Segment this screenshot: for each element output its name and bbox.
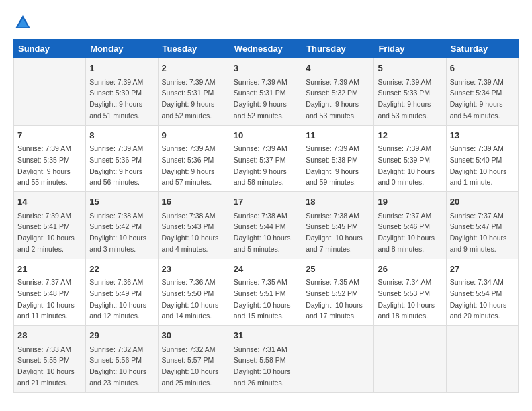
sunset-info: Sunset: 5:34 PM (450, 89, 502, 97)
calendar-cell: 27Sunrise: 7:34 AMSunset: 5:54 PMDayligh… (446, 259, 518, 326)
daylight-info: Daylight: 9 hours and 59 minutes. (306, 167, 359, 187)
daylight-info: Daylight: 10 hours and 5 minutes. (234, 234, 291, 253)
sunrise-info: Sunrise: 7:38 AM (306, 212, 359, 220)
sunset-info: Sunset: 5:50 PM (162, 289, 214, 298)
day-number: 21 (17, 263, 82, 276)
calendar-week-row: 1Sunrise: 7:39 AMSunset: 5:30 PMDaylight… (14, 58, 519, 126)
sunrise-info: Sunrise: 7:33 AM (17, 345, 71, 353)
calendar-cell: 16Sunrise: 7:38 AMSunset: 5:43 PMDayligh… (158, 192, 230, 259)
calendar-cell: 8Sunrise: 7:39 AMSunset: 5:36 PMDaylight… (86, 125, 158, 192)
daylight-info: Daylight: 10 hours and 23 minutes. (89, 367, 146, 387)
sunrise-info: Sunrise: 7:37 AM (450, 212, 504, 220)
sunset-info: Sunset: 5:36 PM (162, 156, 214, 164)
calendar-cell: 26Sunrise: 7:34 AMSunset: 5:53 PMDayligh… (374, 259, 446, 326)
calendar-cell: 19Sunrise: 7:37 AMSunset: 5:46 PMDayligh… (374, 192, 446, 259)
sunset-info: Sunset: 5:45 PM (306, 222, 358, 230)
sunset-info: Sunset: 5:40 PM (450, 156, 502, 164)
day-number: 19 (378, 195, 442, 209)
daylight-info: Daylight: 10 hours and 0 minutes. (378, 167, 435, 187)
day-number: 3 (234, 62, 298, 75)
sunrise-info: Sunrise: 7:36 AM (89, 278, 143, 286)
calendar-cell: 12Sunrise: 7:39 AMSunset: 5:39 PMDayligh… (374, 125, 446, 192)
calendar-cell: 17Sunrise: 7:38 AMSunset: 5:44 PMDayligh… (230, 192, 302, 259)
sunset-info: Sunset: 5:58 PM (234, 356, 286, 364)
daylight-info: Daylight: 9 hours and 57 minutes. (162, 167, 215, 187)
sunrise-info: Sunrise: 7:37 AM (378, 212, 431, 220)
daylight-info: Daylight: 10 hours and 11 minutes. (17, 301, 75, 320)
day-number: 14 (17, 195, 82, 209)
calendar-cell: 21Sunrise: 7:37 AMSunset: 5:48 PMDayligh… (14, 259, 86, 326)
daylight-info: Daylight: 10 hours and 26 minutes. (234, 367, 291, 387)
calendar-cell: 22Sunrise: 7:36 AMSunset: 5:49 PMDayligh… (86, 259, 158, 326)
daylight-info: Daylight: 10 hours and 25 minutes. (162, 367, 219, 387)
calendar-cell: 6Sunrise: 7:39 AMSunset: 5:34 PMDaylight… (446, 58, 518, 126)
page-header (13, 13, 519, 32)
sunset-info: Sunset: 5:36 PM (89, 156, 142, 164)
sunrise-info: Sunrise: 7:32 AM (89, 345, 143, 353)
daylight-info: Daylight: 9 hours and 53 minutes. (306, 100, 359, 120)
day-number: 30 (162, 329, 226, 342)
weekday-header: Thursday (302, 40, 374, 58)
day-number: 16 (162, 195, 226, 209)
sunrise-info: Sunrise: 7:39 AM (234, 78, 287, 86)
daylight-info: Daylight: 9 hours and 56 minutes. (89, 167, 142, 187)
calendar-cell (14, 58, 86, 126)
weekday-header: Sunday (14, 40, 86, 58)
sunset-info: Sunset: 5:32 PM (306, 89, 358, 97)
day-number: 17 (234, 195, 298, 209)
calendar-week-row: 14Sunrise: 7:39 AMSunset: 5:41 PMDayligh… (14, 192, 519, 259)
day-number: 2 (162, 62, 226, 75)
sunset-info: Sunset: 5:55 PM (17, 356, 70, 364)
day-number: 28 (17, 329, 82, 342)
daylight-info: Daylight: 10 hours and 8 minutes. (378, 234, 435, 253)
sunset-info: Sunset: 5:31 PM (234, 89, 286, 97)
daylight-info: Daylight: 10 hours and 20 minutes. (450, 301, 507, 320)
day-number: 13 (450, 129, 515, 142)
day-number: 27 (450, 263, 515, 276)
weekday-header: Tuesday (158, 40, 230, 58)
calendar-cell: 31Sunrise: 7:31 AMSunset: 5:58 PMDayligh… (230, 326, 302, 393)
calendar-week-row: 7Sunrise: 7:39 AMSunset: 5:35 PMDaylight… (14, 125, 519, 192)
sunset-info: Sunset: 5:39 PM (378, 156, 430, 164)
daylight-info: Daylight: 9 hours and 54 minutes. (450, 100, 503, 120)
calendar-cell: 4Sunrise: 7:39 AMSunset: 5:32 PMDaylight… (302, 58, 374, 126)
calendar-cell: 29Sunrise: 7:32 AMSunset: 5:56 PMDayligh… (86, 326, 158, 393)
calendar-cell: 23Sunrise: 7:36 AMSunset: 5:50 PMDayligh… (158, 259, 230, 326)
sunset-info: Sunset: 5:53 PM (378, 289, 430, 298)
sunset-info: Sunset: 5:46 PM (378, 222, 430, 230)
sunset-info: Sunset: 5:49 PM (89, 289, 142, 298)
sunrise-info: Sunrise: 7:39 AM (17, 212, 71, 220)
sunrise-info: Sunrise: 7:39 AM (450, 78, 504, 86)
daylight-info: Daylight: 10 hours and 3 minutes. (89, 234, 146, 253)
calendar-cell (302, 326, 374, 393)
sunrise-info: Sunrise: 7:39 AM (162, 78, 216, 86)
sunrise-info: Sunrise: 7:32 AM (162, 345, 216, 353)
sunrise-info: Sunrise: 7:39 AM (306, 78, 359, 86)
sunset-info: Sunset: 5:30 PM (89, 89, 142, 97)
sunrise-info: Sunrise: 7:39 AM (89, 144, 143, 152)
sunset-info: Sunset: 5:38 PM (306, 156, 358, 164)
calendar-week-row: 28Sunrise: 7:33 AMSunset: 5:55 PMDayligh… (14, 326, 519, 393)
sunrise-info: Sunrise: 7:39 AM (162, 144, 216, 152)
calendar-cell: 9Sunrise: 7:39 AMSunset: 5:36 PMDaylight… (158, 125, 230, 192)
calendar-week-row: 21Sunrise: 7:37 AMSunset: 5:48 PMDayligh… (14, 259, 519, 326)
sunrise-info: Sunrise: 7:39 AM (378, 78, 431, 86)
calendar-cell: 1Sunrise: 7:39 AMSunset: 5:30 PMDaylight… (86, 58, 158, 126)
sunrise-info: Sunrise: 7:38 AM (234, 212, 287, 220)
calendar-cell (446, 326, 518, 393)
day-number: 5 (378, 62, 442, 75)
header-row: SundayMondayTuesdayWednesdayThursdayFrid… (14, 40, 519, 58)
sunset-info: Sunset: 5:42 PM (89, 222, 142, 230)
calendar-cell: 2Sunrise: 7:39 AMSunset: 5:31 PMDaylight… (158, 58, 230, 126)
day-number: 7 (17, 129, 82, 142)
day-number: 25 (306, 263, 370, 276)
calendar-cell: 3Sunrise: 7:39 AMSunset: 5:31 PMDaylight… (230, 58, 302, 126)
daylight-info: Daylight: 10 hours and 14 minutes. (162, 301, 219, 320)
calendar-cell: 10Sunrise: 7:39 AMSunset: 5:37 PMDayligh… (230, 125, 302, 192)
daylight-info: Daylight: 10 hours and 17 minutes. (306, 301, 363, 320)
day-number: 1 (89, 62, 154, 75)
calendar-cell: 7Sunrise: 7:39 AMSunset: 5:35 PMDaylight… (14, 125, 86, 192)
calendar-cell: 15Sunrise: 7:38 AMSunset: 5:42 PMDayligh… (86, 192, 158, 259)
daylight-info: Daylight: 10 hours and 9 minutes. (450, 234, 507, 253)
sunrise-info: Sunrise: 7:37 AM (17, 278, 71, 286)
